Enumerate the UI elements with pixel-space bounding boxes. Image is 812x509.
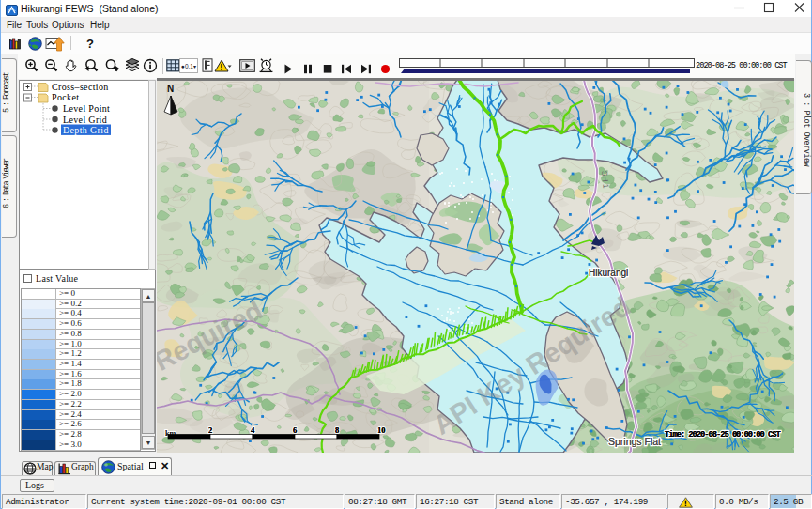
svg-text:10: 10 xyxy=(377,425,386,435)
svg-text:8: 8 xyxy=(335,425,339,435)
svg-text:Pocket: Pocket xyxy=(52,92,79,102)
svg-text:Depth Grid: Depth Grid xyxy=(63,125,109,135)
svg-text:Level Point: Level Point xyxy=(63,103,110,114)
svg-text:SH 1: SH 1 xyxy=(600,170,611,189)
svg-text:Springs Flat: Springs Flat xyxy=(608,436,661,447)
svg-text:N: N xyxy=(167,84,174,94)
svg-text:Time: 2020-08-25 00:00:00 CST: Time: 2020-08-25 00:00:00 CST xyxy=(665,430,781,440)
svg-text:6: 6 xyxy=(293,425,297,435)
svg-text:Cross–section: Cross–section xyxy=(52,82,109,92)
svg-text:2: 2 xyxy=(208,425,212,435)
svg-text:Hikurangi: Hikurangi xyxy=(589,268,628,278)
svg-text:Level Grid: Level Grid xyxy=(63,115,107,125)
